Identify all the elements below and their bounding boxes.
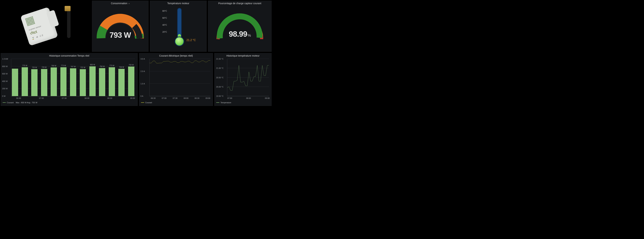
thermo-bulb bbox=[174, 37, 184, 46]
panel-hist-temp[interactable]: Historique température moteur 19.50 °C20… bbox=[214, 53, 272, 106]
panel-title-hist-temp: Historique température moteur bbox=[214, 53, 272, 58]
row-1: e-green sensor ↺tct ⌛ ♻ CE Consommation … bbox=[1, 1, 272, 52]
legend-label: Courant bbox=[145, 102, 152, 104]
panel-title-hist-conso: Historique consommation Temps réel bbox=[1, 53, 138, 58]
legend-label: Temperature bbox=[220, 102, 231, 104]
dashboard: e-green sensor ↺tct ⌛ ♻ CE Consommation … bbox=[0, 0, 272, 108]
device-body: e-green sensor ↺tct ⌛ ♻ CE bbox=[20, 7, 58, 46]
device-text: e-green sensor ↺tct ⌛ ♻ CE bbox=[28, 25, 44, 40]
legend-swatch-icon bbox=[216, 102, 220, 103]
chart-hist-temp: 19.50 °C20.00 °C20.50 °C21.00 °C21.50 °C… bbox=[214, 58, 272, 105]
legend-label: Courant bbox=[7, 102, 14, 104]
thermo-body bbox=[176, 8, 183, 46]
legend-courant: Courant bbox=[141, 102, 152, 104]
panel-sensor-image: e-green sensor ↺tct ⌛ ♻ CE bbox=[1, 1, 90, 52]
panel-consommation[interactable]: Consommation ▾ 793 W bbox=[92, 1, 149, 52]
panel-charge[interactable]: Pourcentage de charge capteur courant bbox=[208, 1, 272, 52]
tick: 40°C bbox=[162, 24, 167, 31]
legend-stats: Max : 800 W Avg : 755 W bbox=[16, 102, 37, 104]
title-text: Historique température moteur bbox=[226, 54, 260, 57]
sensor-image: e-green sensor ↺tct ⌛ ♻ CE bbox=[1, 1, 90, 52]
value: 98.99 bbox=[229, 30, 247, 38]
gauge-value-charge: 98.99% bbox=[208, 30, 272, 39]
title-text: Historique consommation Temps réel bbox=[49, 54, 89, 57]
thermo-reading: 21.2 °C bbox=[186, 39, 196, 42]
thermo-ticks: 80°C 60°C 40°C 20°C bbox=[162, 10, 167, 38]
tick: 20°C bbox=[162, 31, 167, 38]
legend-swatch-icon bbox=[2, 102, 6, 103]
device-brand: ↺tct bbox=[30, 30, 38, 36]
antenna-icon bbox=[67, 9, 71, 38]
tick: 60°C bbox=[162, 17, 167, 24]
gauge-value-consommation: 793 W bbox=[92, 31, 148, 40]
legend-hist-conso: Courant Max : 800 W Avg : 755 W bbox=[2, 102, 37, 104]
line-plot-courant: 0 A1.0 A2.0 A3.0 A06:3007:0007:3008:0008… bbox=[150, 59, 210, 96]
legend-swatch-icon bbox=[141, 102, 144, 103]
panel-temp-moteur[interactable]: Température moteur 80°C 60°C 40°C 20°C 2… bbox=[150, 1, 207, 52]
panel-title-consommation[interactable]: Consommation ▾ bbox=[92, 1, 148, 5]
line-plot-temp: 19.50 °C20.00 °C20.50 °C21.00 °C21.50 °C… bbox=[227, 59, 269, 96]
gauge-consommation: 793 W bbox=[92, 5, 148, 51]
panel-hist-conso[interactable]: Historique consommation Temps réel 0 W20… bbox=[1, 53, 138, 106]
gauge-charge: 98.99% bbox=[208, 5, 272, 51]
title-text: Courant éléctrique (temps réel) bbox=[159, 54, 193, 57]
title-text: Consommation bbox=[111, 2, 127, 5]
row-2: Historique consommation Temps réel 0 W20… bbox=[1, 53, 272, 106]
chevron-down-icon: ▾ bbox=[129, 3, 130, 5]
qr-code-icon bbox=[25, 16, 35, 26]
chart-hist-conso: 0 W200 W400 W600 W800 W1.0 kW775 W725 W7… bbox=[1, 58, 138, 105]
panel-courant[interactable]: Courant éléctrique (temps réel) 0 A1.0 A… bbox=[139, 53, 213, 106]
title-text: Pourcentage de charge capteur courant bbox=[218, 2, 262, 5]
tick: 80°C bbox=[162, 10, 167, 17]
device-illustration: e-green sensor ↺tct ⌛ ♻ CE bbox=[18, 1, 73, 52]
thermometer: 80°C 60°C 40°C 20°C 21.2 °C bbox=[150, 5, 206, 51]
legend-hist-temp: Temperature bbox=[216, 102, 231, 104]
panel-title-courant: Courant éléctrique (temps réel) bbox=[139, 53, 213, 58]
bar-plot: 0 W200 W400 W600 W800 W1.0 kW775 W725 W7… bbox=[11, 59, 135, 96]
chart-courant: 0 A1.0 A2.0 A3.0 A06:3007:0007:3008:0008… bbox=[139, 58, 213, 105]
panel-title-charge: Pourcentage de charge capteur courant bbox=[208, 1, 272, 5]
title-text: Température moteur bbox=[167, 2, 189, 5]
unit: % bbox=[248, 33, 251, 38]
panel-title-temp-moteur: Température moteur bbox=[150, 1, 206, 5]
